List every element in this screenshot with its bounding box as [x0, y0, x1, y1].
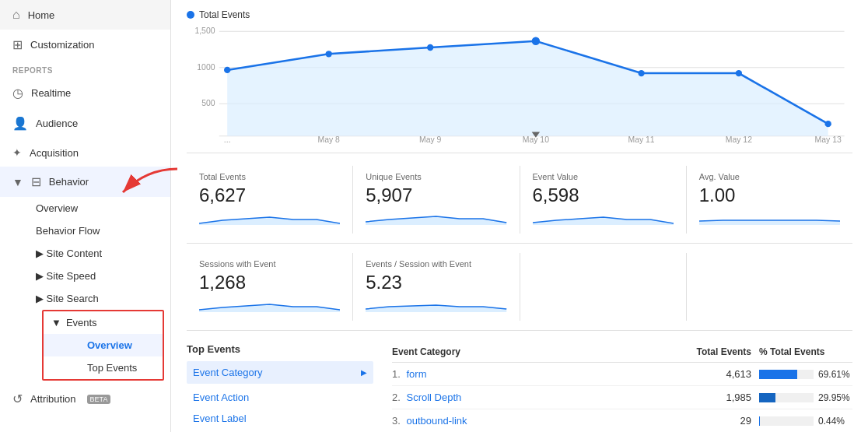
- row-link[interactable]: Scroll Depth: [406, 392, 461, 403]
- sidebar-item-site-content[interactable]: ▶ Site Content: [36, 242, 170, 265]
- sidebar: ⌂ Home ⊞ Customization REPORTS ◷ Realtim…: [0, 0, 171, 432]
- mini-chart-svg: [199, 209, 340, 225]
- row-category-name[interactable]: 1. form: [392, 368, 681, 380]
- metric-empty-1: [520, 253, 687, 321]
- svg-text:...: ...: [224, 135, 231, 144]
- sidebar-item-behavior[interactable]: ▼ ⊟ Behavior: [0, 167, 170, 197]
- metric-label: Avg. Value: [699, 172, 840, 181]
- svg-text:1,500: 1,500: [194, 26, 215, 35]
- sidebar-item-events-overview[interactable]: Overview: [44, 334, 163, 356]
- metric-event-value: Event Value 6,598: [520, 166, 687, 234]
- sidebar-item-site-speed[interactable]: ▶ Site Speed: [36, 265, 170, 287]
- mini-chart-svg: [366, 209, 506, 225]
- customization-icon: ⊞: [12, 37, 23, 52]
- events-label: Events: [66, 317, 97, 328]
- metrics-row-1: Total Events 6,627 Unique Events 5,907 E…: [187, 166, 852, 244]
- behavior-icon: ▼: [12, 176, 23, 188]
- metric-avg-value: Avg. Value 1.00: [687, 166, 852, 234]
- event-category-table: Event Category Total Events % Total Even…: [392, 343, 852, 432]
- svg-point-17: [326, 51, 332, 57]
- sidebar-item-site-search[interactable]: ▶ Site Search: [36, 287, 170, 310]
- audience-icon: 👤: [12, 116, 28, 131]
- row-category-name[interactable]: 3. outbound-link: [392, 415, 681, 427]
- svg-point-21: [736, 70, 742, 76]
- table-row: 3. outbound-link 29 0.44%: [392, 409, 852, 432]
- chart-legend-label: Total Events: [199, 9, 250, 20]
- pct-bar-wrap: [759, 393, 814, 402]
- sidebar-item-label: Realtime: [31, 87, 71, 99]
- metric-total-events: Total Events 6,627: [187, 166, 353, 234]
- attribution-icon: ↺: [12, 392, 23, 406]
- row-total: 29: [681, 415, 751, 427]
- sidebar-item-acquisition[interactable]: ✦ Acquisition: [0, 139, 170, 167]
- top-events-panel: Top Events Event Category ▶ Event Action…: [187, 343, 373, 432]
- svg-text:500: 500: [201, 99, 215, 107]
- pct-bar-wrap: [759, 370, 814, 379]
- svg-text:May 9: May 9: [419, 135, 442, 144]
- mini-chart-svg: [699, 209, 840, 225]
- svg-point-16: [224, 67, 230, 73]
- table-row: 1. form 4,613 69.61%: [392, 363, 852, 386]
- pct-bar-wrap: [759, 416, 814, 426]
- main-content: Total Events 1,500 1000 500 ... May 8 Ma…: [171, 0, 868, 432]
- mini-chart-svg: [533, 209, 674, 225]
- sidebar-attribution-label: Attribution: [30, 393, 76, 405]
- sidebar-item-top-events[interactable]: Top Events: [44, 356, 163, 379]
- legend-dot: [187, 11, 194, 19]
- chart-legend: Total Events: [187, 9, 852, 20]
- metric-value: 1.00: [699, 184, 840, 206]
- row-rank: 1.: [392, 368, 401, 380]
- sidebar-item-overview[interactable]: Overview: [36, 197, 170, 220]
- row-rank: 3.: [392, 415, 401, 427]
- chevron-down-icon: ▼: [51, 317, 61, 328]
- pct-label: 69.61%: [818, 369, 850, 380]
- table-row: 2. Scroll Depth 1,985 29.95%: [392, 386, 852, 409]
- row-link[interactable]: outbound-link: [406, 415, 467, 427]
- sidebar-item-label: Behavior: [49, 176, 89, 188]
- metric-value: 5,907: [366, 184, 506, 206]
- sidebar-item-home[interactable]: ⌂ Home: [0, 0, 170, 30]
- row-total: 1,985: [681, 392, 751, 403]
- row-category-name[interactable]: 2. Scroll Depth: [392, 392, 681, 403]
- sidebar-item-realtime[interactable]: ◷ Realtime: [0, 78, 170, 108]
- svg-marker-27: [699, 220, 840, 225]
- row-link[interactable]: form: [406, 368, 426, 380]
- mini-chart-svg: [366, 297, 506, 312]
- metric-value: 6,598: [533, 184, 674, 206]
- sidebar-item-customization[interactable]: ⊞ Customization: [0, 30, 170, 60]
- event-table-header: Event Category Total Events % Total Even…: [392, 343, 852, 363]
- events-section-box: ▼ Events Overview Top Events: [42, 310, 164, 381]
- sidebar-item-behavior-flow[interactable]: Behavior Flow: [36, 220, 170, 242]
- metric-unique-events: Unique Events 5,907: [353, 166, 520, 234]
- top-events-label-link[interactable]: Event Label: [187, 408, 373, 429]
- top-events-category-row[interactable]: Event Category ▶: [187, 361, 373, 384]
- chart-svg: 1,500 1000 500 ... May 8 May 9 May 10 Ma…: [187, 23, 852, 144]
- sidebar-item-label: Home: [28, 9, 55, 21]
- behavior-grid-icon: ⊟: [31, 174, 41, 189]
- metric-label: Unique Events: [366, 172, 506, 181]
- sidebar-item-label: Acquisition: [30, 147, 79, 159]
- chevron-right-icon: ▶: [361, 368, 367, 377]
- metric-label: Sessions with Event: [199, 259, 340, 269]
- svg-marker-25: [366, 216, 506, 225]
- bottom-section: Top Events Event Category ▶ Event Action…: [187, 343, 852, 432]
- svg-marker-29: [366, 305, 506, 312]
- total-events-chart: Total Events 1,500 1000 500 ... May 8 Ma…: [187, 9, 852, 153]
- svg-text:May 12: May 12: [726, 135, 752, 144]
- metric-value: 1,268: [199, 272, 340, 293]
- metric-value: 5.23: [366, 272, 506, 293]
- metrics-row-2: Sessions with Event 1,268 Events / Sessi…: [187, 253, 852, 331]
- sidebar-item-audience[interactable]: 👤 Audience: [0, 108, 170, 139]
- beta-badge: BETA: [87, 395, 111, 404]
- pct-label: 29.95%: [818, 392, 850, 403]
- svg-text:May 11: May 11: [628, 135, 654, 144]
- behavior-sub-menu: Overview Behavior Flow ▶ Site Content ▶ …: [0, 197, 170, 381]
- top-events-action-link[interactable]: Event Action: [187, 387, 373, 408]
- acquisition-icon: ✦: [12, 146, 22, 159]
- metric-empty-2: [687, 253, 852, 321]
- metric-events-per-session: Events / Session with Event 5.23: [353, 253, 520, 321]
- metric-label: Event Value: [533, 172, 674, 181]
- pct-bar: [759, 393, 775, 402]
- sidebar-item-attribution[interactable]: ↺ Attribution BETA: [0, 384, 170, 414]
- sidebar-item-events[interactable]: ▼ Events: [44, 311, 163, 334]
